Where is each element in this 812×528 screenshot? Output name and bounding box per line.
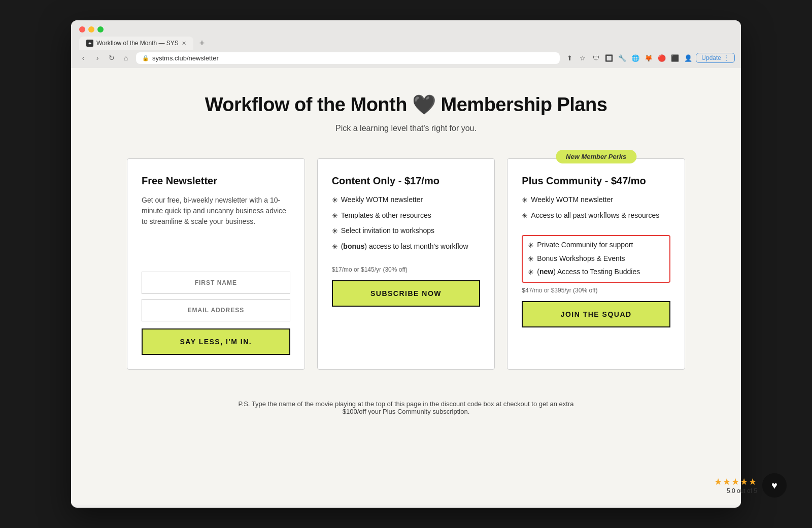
- window-controls: [79, 26, 104, 32]
- tab-title: Workflow of the Month — SYS: [96, 40, 179, 47]
- list-item: ✳ Weekly WOTM newsletter: [332, 195, 481, 206]
- rating-score: 5.0 out of 5: [714, 487, 741, 494]
- list-item: ✳ Private Community for support: [528, 240, 664, 251]
- list-item: ✳ Weekly WOTM newsletter: [522, 195, 670, 206]
- plan-card-plus: New Member Perks Plus Community - $47/mo…: [507, 158, 685, 370]
- page-title: Workflow of the Month 🖤 Membership Plans: [91, 93, 721, 116]
- address-bar-row: ‹ › ↻ ⌂ 🔒 systms.club/newsletter ⬆ ☆ 🛡 🔲…: [71, 50, 741, 68]
- page-subtitle: Pick a learning level that's right for y…: [91, 124, 721, 133]
- plan-name-plus: Plus Community - $47/mo: [522, 175, 670, 187]
- list-item: ✳ Select invitation to workshops: [332, 226, 481, 237]
- rating-info: ★★★★★ 5.0 out of 5: [714, 476, 741, 494]
- star-icon: ✳: [332, 242, 338, 252]
- tab-close-button[interactable]: ✕: [182, 40, 186, 47]
- url-text: systms.club/newsletter: [152, 54, 219, 62]
- extension-icon-7[interactable]: ⬛: [669, 52, 681, 63]
- email-input[interactable]: [142, 299, 290, 321]
- content-subscribe-button[interactable]: SUBSCRIBE NOW: [332, 280, 481, 307]
- tab-favicon: ✦: [86, 40, 93, 47]
- free-signup-button[interactable]: SAY LESS, I'M IN.: [142, 328, 290, 355]
- highlighted-features-box: ✳ Private Community for support ✳ Bonus …: [522, 235, 670, 283]
- star-icon: ✳: [528, 254, 534, 265]
- address-bar[interactable]: 🔒 systms.club/newsletter: [136, 52, 560, 64]
- close-dot[interactable]: [79, 26, 85, 32]
- refresh-button[interactable]: ↻: [106, 52, 118, 64]
- star-icon: ✳: [522, 211, 528, 221]
- plans-grid: Free Newsletter Get our free, bi-weekly …: [127, 158, 685, 370]
- list-item: ✳ Templates & other resources: [332, 211, 481, 221]
- list-item: ✳ Access to all past workflows & resourc…: [522, 211, 670, 221]
- star-icon: ✳: [528, 268, 534, 278]
- plan-card-free: Free Newsletter Get our free, bi-weekly …: [127, 158, 305, 370]
- bookmark-icon[interactable]: ☆: [577, 52, 588, 63]
- plus-highlight-list: ✳ Private Community for support ✳ Bonus …: [528, 240, 664, 278]
- minimize-dot[interactable]: [88, 26, 94, 32]
- back-button[interactable]: ‹: [77, 52, 89, 64]
- star-rating: ★★★★★: [714, 476, 741, 487]
- nav-buttons: ‹ › ↻ ⌂: [77, 52, 132, 64]
- list-item: ✳ (new) Access to Testing Buddies: [528, 267, 664, 278]
- extension-icon-3[interactable]: 🔧: [617, 52, 628, 63]
- star-icon: ✳: [528, 241, 534, 251]
- star-icon: ✳: [332, 226, 338, 237]
- plus-features-list: ✳ Weekly WOTM newsletter ✳ Access to all…: [522, 195, 670, 221]
- star-icon: ✳: [332, 211, 338, 221]
- maximize-dot[interactable]: [97, 26, 104, 32]
- update-button[interactable]: Update ⋮: [696, 53, 735, 63]
- extension-icon-5[interactable]: 🦊: [643, 52, 654, 63]
- plus-price: $47/mo or $395/yr (30% off): [522, 287, 670, 294]
- extension-icon-4[interactable]: 🌐: [630, 52, 641, 63]
- rating-widget: ★★★★★ 5.0 out of 5 ♥: [714, 473, 741, 498]
- first-name-input[interactable]: [142, 272, 290, 294]
- home-button[interactable]: ⌂: [120, 52, 132, 64]
- new-tab-button[interactable]: +: [195, 38, 209, 49]
- extension-icon-2[interactable]: 🔲: [603, 52, 615, 63]
- list-item: ✳ Bonus Workshops & Events: [528, 254, 664, 265]
- share-icon[interactable]: ⬆: [564, 52, 575, 63]
- plan-description-free: Get our free, bi-weekly newsletter with …: [142, 195, 290, 227]
- footer-note: P.S. Type the name of the movie playing …: [228, 390, 584, 425]
- new-member-badge: New Member Perks: [556, 150, 636, 163]
- browser-tab[interactable]: ✦ Workflow of the Month — SYS ✕: [79, 37, 193, 50]
- plan-name-free: Free Newsletter: [142, 175, 290, 187]
- star-icon: ✳: [522, 195, 528, 206]
- signup-form: [142, 272, 290, 321]
- page-content: Workflow of the Month 🖤 Membership Plans…: [71, 68, 741, 505]
- browser-chrome: ✦ Workflow of the Month — SYS ✕ + ‹ › ↻ …: [71, 20, 741, 68]
- browser-window: ✦ Workflow of the Month — SYS ✕ + ‹ › ↻ …: [71, 20, 741, 508]
- star-icon: ✳: [332, 195, 338, 206]
- lock-icon: 🔒: [142, 55, 149, 61]
- profile-icon[interactable]: 👤: [683, 52, 694, 63]
- extension-icon-6[interactable]: 🔴: [656, 52, 667, 63]
- content-price: $17/mo or $145/yr (30% off): [332, 266, 481, 273]
- forward-button[interactable]: ›: [91, 52, 104, 64]
- extension-icon-1[interactable]: 🛡: [590, 52, 601, 63]
- plan-name-content: Content Only - $17/mo: [332, 175, 481, 187]
- list-item: ✳ (bonus) access to last month's workflo…: [332, 242, 481, 252]
- tab-bar: ✦ Workflow of the Month — SYS ✕ +: [71, 37, 741, 50]
- content-features-list: ✳ Weekly WOTM newsletter ✳ Templates & o…: [332, 195, 481, 252]
- plus-join-button[interactable]: JOIN THE SQUAD: [522, 301, 670, 327]
- toolbar-icons: ⬆ ☆ 🛡 🔲 🔧 🌐 🦊 🔴 ⬛ 👤 Update ⋮: [564, 52, 735, 63]
- plan-card-content: Content Only - $17/mo ✳ Weekly WOTM news…: [317, 158, 495, 370]
